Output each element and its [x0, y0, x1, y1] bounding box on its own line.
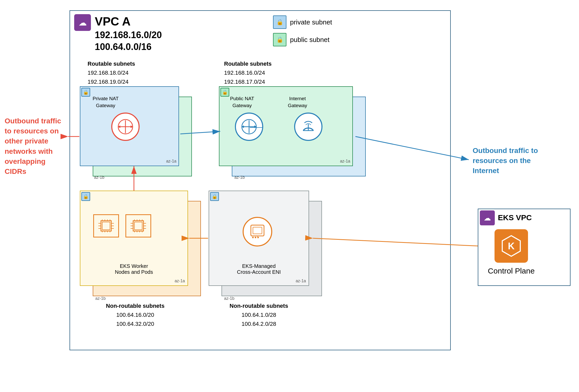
eks-eni-lock: 🔒 — [210, 192, 219, 201]
chip1-svg — [97, 218, 115, 234]
control-plane-label: Control Plane — [482, 267, 541, 275]
private-nat-label: Private NAT Gateway — [84, 93, 122, 109]
private-subnet-legend-icon: 🔒 — [273, 15, 286, 29]
non-routable-left-label: Non-routable subnets 100.64.16.0/20 100.… — [80, 301, 191, 329]
private-nat-az-outer: az-1b — [94, 175, 104, 180]
public-subnet-legend-label: public subnet — [290, 36, 329, 44]
eks-workers-lock: 🔒 — [81, 192, 90, 201]
internet-gateway-label: Internet Gateway — [282, 93, 313, 109]
svg-text:K: K — [508, 241, 515, 251]
svg-point-46 — [252, 237, 254, 238]
eni-svg — [248, 222, 267, 241]
eks-vpc-cloud-icon: ☁ — [480, 210, 495, 225]
control-plane-svg: K — [500, 234, 523, 258]
eks-workers-az-inner: az-1a — [175, 279, 185, 283]
public-nat-gateway-icon — [235, 113, 263, 141]
eks-workers-inner-subnet: 🔒 — [80, 191, 188, 286]
private-nat-az-inner: az-1a — [166, 159, 176, 164]
eks-eni-inner-subnet: 🔒 EKS-Managed Cross-Account ENI az-1a — [209, 191, 309, 286]
eks-workers-label: EKS Worker Nodes and Pods — [115, 263, 153, 275]
eks-eni-icon — [243, 217, 272, 246]
svg-rect-29 — [134, 222, 142, 230]
control-plane-icon: K — [495, 229, 528, 263]
worker-chip-2 — [125, 214, 151, 237]
non-routable-right-label: Non-routable subnets 100.64.1.0/28 100.6… — [209, 301, 309, 329]
worker-chip-1 — [93, 214, 119, 237]
eks-eni-label: EKS-Managed Cross-Account ENI — [237, 263, 281, 275]
outbound-left-text: Outbound traffic to resources on other p… — [5, 116, 66, 176]
eks-eni-az-outer: az-1b — [224, 296, 234, 301]
eks-vpc-title: EKS VPC — [498, 213, 532, 222]
eks-workers-az-outer: az-1b — [95, 296, 106, 301]
public-nat-az-inner: az-1a — [340, 159, 350, 164]
public-nat-az-outer: az-1b — [234, 175, 245, 180]
svg-point-47 — [255, 237, 256, 238]
routable-label-right: Routable subnets 192.168.16.0/24 192.168… — [224, 59, 272, 87]
public-nat-svg — [240, 118, 258, 136]
internet-gateway-icon — [294, 113, 322, 141]
svg-rect-13 — [102, 222, 110, 230]
chip2-svg — [129, 218, 147, 234]
vpc-a-cloud-icon: ☁ — [74, 14, 91, 31]
svg-point-48 — [257, 237, 259, 238]
private-nat-svg — [116, 118, 134, 136]
legend: 🔒 private subnet 🔒 public subnet — [273, 15, 332, 46]
eks-eni-az-inner: az-1a — [296, 279, 306, 283]
diagram: ☁ VPC A 192.168.16.0/20 100.64.0.0/16 🔒 … — [0, 5, 579, 392]
vpc-a-title: VPC A 192.168.16.0/20 100.64.0.0/16 — [95, 14, 162, 53]
public-nat-label: Public NAT Gateway — [222, 93, 258, 109]
outbound-right-text: Outbound traffic to resources on the Int… — [473, 146, 545, 176]
private-subnet-legend-label: private subnet — [290, 18, 332, 26]
private-nat-gateway-icon — [111, 113, 140, 141]
internet-gw-svg — [299, 118, 317, 136]
routable-label-left: Routable subnets 192.168.18.0/24 192.168… — [88, 59, 135, 87]
svg-rect-45 — [253, 227, 262, 234]
public-subnet-legend-icon: 🔒 — [273, 33, 286, 46]
